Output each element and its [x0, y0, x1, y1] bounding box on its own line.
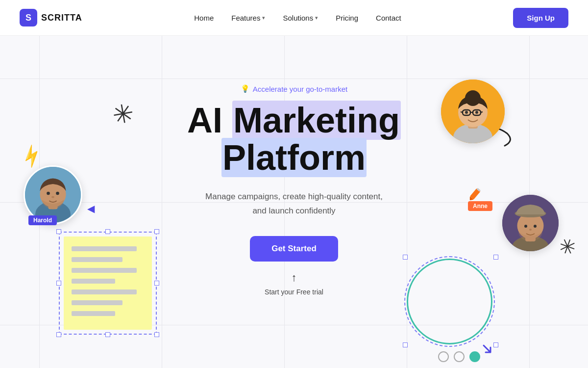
- logo-text: SCRITTA: [41, 13, 82, 23]
- notepad-lines: [64, 237, 152, 326]
- arrow-up-icon: ↑: [292, 271, 297, 284]
- anne-svg: [441, 79, 505, 143]
- harold-face: [25, 167, 81, 223]
- notepad-line: [72, 268, 137, 273]
- man-avatar-circle: [502, 195, 559, 251]
- circle-handle-tl: [493, 255, 498, 260]
- toolbar-dot-active[interactable]: [469, 351, 480, 362]
- svg-line-15: [461, 112, 463, 112]
- handle-bottom-right: [154, 332, 159, 337]
- hero-title: AI Marketing Platform: [147, 102, 441, 176]
- notepad-line: [72, 257, 122, 262]
- free-trial-label: Start your Free trial: [265, 288, 323, 296]
- man-svg: [502, 195, 559, 251]
- notepad-line: [72, 311, 115, 316]
- notepad-line: [72, 246, 137, 251]
- arrow-decoration: [482, 343, 492, 357]
- circle-handle-bl: [493, 342, 498, 347]
- lightbulb-icon: 💡: [241, 84, 250, 93]
- bottom-toolbar: [438, 351, 480, 362]
- hero-title-marketing: Marketing: [232, 101, 401, 140]
- avatar-anne: [441, 79, 505, 143]
- notepad-line: [72, 289, 137, 294]
- toolbar-dot-empty[interactable]: [438, 351, 449, 362]
- logo[interactable]: S SCRITTA: [20, 9, 82, 26]
- handle-mid-left: [56, 281, 61, 286]
- star-decoration: ✳: [110, 98, 137, 131]
- handle-bottom-left: [56, 332, 61, 337]
- svg-point-4: [47, 192, 50, 195]
- notepad-inner: [64, 237, 152, 330]
- hero-title-ai: AI: [187, 101, 232, 140]
- anne-name-badge: Anne: [468, 201, 492, 211]
- nav-item-solutions[interactable]: Solutions ▾: [283, 14, 318, 22]
- nav-item-pricing[interactable]: Pricing: [336, 14, 358, 22]
- starburst-icon: [557, 237, 577, 259]
- chevron-down-icon: ▾: [262, 15, 265, 21]
- notepad-line: [72, 300, 122, 305]
- toolbar-dot-outline[interactable]: [454, 351, 465, 362]
- avatar-man: [502, 195, 559, 251]
- svg-point-29: [529, 229, 532, 231]
- hero-section: 💡 Accelerate your go-to-market AI Market…: [0, 35, 588, 368]
- handle-top-mid: [105, 229, 110, 234]
- hero-description: Manage campaigns, create high-quality co…: [147, 190, 441, 218]
- harold-label: Harold: [28, 215, 57, 225]
- svg-point-18: [475, 111, 478, 114]
- svg-point-17: [465, 111, 468, 114]
- hero-subtitle: 💡 Accelerate your go-to-market: [147, 84, 441, 93]
- avatar-harold: Harold ◀: [24, 165, 82, 224]
- notepad-decoration: [59, 232, 157, 335]
- hero-title-platform: Platform: [221, 138, 367, 177]
- signup-button[interactable]: Sign Up: [513, 8, 568, 28]
- chevron-down-icon: ▾: [315, 15, 318, 21]
- nav-item-features[interactable]: Features ▾: [231, 14, 265, 22]
- svg-point-27: [524, 225, 527, 228]
- svg-point-5: [56, 192, 59, 195]
- svg-point-6: [51, 196, 54, 198]
- handle-bottom-mid: [105, 332, 110, 337]
- get-started-button[interactable]: Get Started: [250, 236, 338, 262]
- nav-links: Home Features ▾ Solutions ▾ Pricing Cont…: [194, 14, 401, 22]
- svg-line-33: [561, 239, 574, 253]
- harold-arrow-icon: ◀: [87, 203, 95, 214]
- logo-icon: S: [20, 9, 37, 26]
- navbar: S SCRITTA Home Features ▾ Solutions ▾ Pr…: [0, 0, 588, 35]
- svg-point-28: [534, 225, 537, 228]
- free-trial-wrapper: ↑ Start your Free trial: [147, 271, 441, 296]
- harold-svg: [25, 167, 81, 223]
- svg-line-16: [481, 112, 483, 112]
- circle-handle-br: [403, 342, 408, 347]
- nav-item-contact[interactable]: Contact: [376, 14, 401, 22]
- anne-avatar-circle: [441, 79, 505, 143]
- nav-item-home[interactable]: Home: [194, 14, 214, 22]
- notepad-line: [72, 279, 115, 284]
- hero-center: 💡 Accelerate your go-to-market AI Market…: [147, 35, 441, 296]
- handle-top-left: [56, 229, 61, 234]
